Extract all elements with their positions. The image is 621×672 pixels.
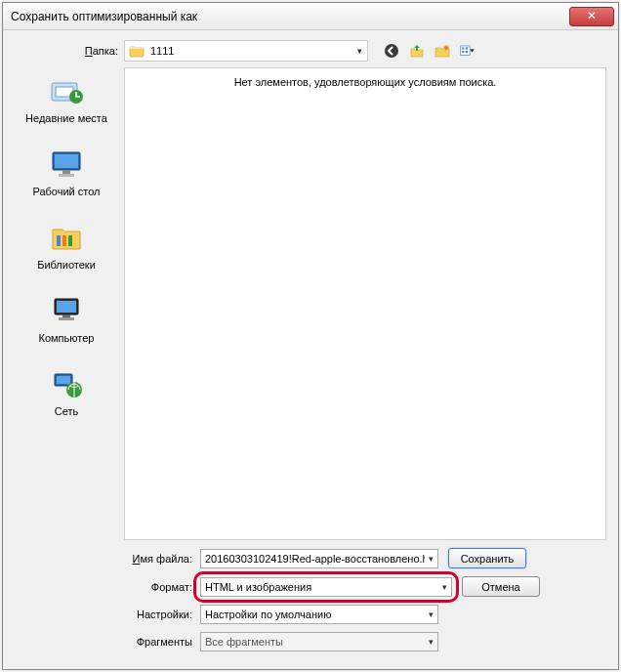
- place-label: Библиотеки: [15, 259, 118, 272]
- close-button[interactable]: ✕: [569, 7, 614, 26]
- settings-combo[interactable]: Настройки по умолчанию ▾: [200, 605, 438, 624]
- window-title: Сохранить оптимизированный как: [11, 10, 569, 23]
- computer-icon: [47, 293, 86, 328]
- chevron-down-icon: ▾: [425, 637, 434, 647]
- svg-point-0: [385, 44, 398, 58]
- save-button[interactable]: Сохранить: [448, 548, 526, 568]
- filename-combo[interactable]: 20160303102419!Red-apple-восстановлено.h…: [200, 549, 438, 568]
- svg-rect-22: [57, 376, 70, 384]
- svg-rect-16: [68, 235, 72, 246]
- svg-rect-14: [57, 235, 61, 246]
- fragments-value: Все фрагменты: [205, 636, 425, 648]
- client-area: Папка: 1111 ▾: [3, 30, 618, 669]
- svg-rect-11: [55, 154, 78, 168]
- places-bar: Недавние места Рабочий стол Библиотеки: [15, 67, 118, 540]
- place-label: Сеть: [15, 405, 118, 418]
- folder-row: Папка: 1111 ▾: [15, 40, 606, 62]
- place-libraries[interactable]: Библиотеки: [15, 220, 118, 272]
- place-network[interactable]: Сеть: [15, 366, 118, 418]
- format-highlight: HTML и изображения ▾: [200, 577, 452, 597]
- format-label: Формат:: [15, 581, 200, 593]
- svg-rect-18: [57, 301, 76, 313]
- filename-value: 20160303102419!Red-apple-восстановлено.h…: [205, 553, 425, 565]
- svg-rect-4: [466, 47, 468, 49]
- folder-combo[interactable]: 1111 ▾: [124, 40, 368, 62]
- save-dialog: Сохранить оптимизированный как ✕ Папка: …: [2, 2, 619, 670]
- place-label: Компьютер: [15, 332, 118, 345]
- svg-rect-2: [461, 46, 470, 55]
- back-icon[interactable]: [382, 41, 401, 61]
- chevron-down-icon: ▾: [425, 609, 434, 619]
- folder-icon: [128, 42, 145, 60]
- new-folder-icon[interactable]: [433, 41, 452, 61]
- mid-row: Недавние места Рабочий стол Библиотеки: [15, 67, 606, 540]
- fragments-combo[interactable]: Все фрагменты ▾: [200, 632, 438, 651]
- place-computer[interactable]: Компьютер: [15, 293, 118, 345]
- folder-name: 1111: [148, 45, 352, 57]
- svg-rect-20: [59, 317, 74, 320]
- format-combo[interactable]: HTML и изображения ▾: [200, 577, 452, 597]
- fragments-row: Фрагменты Все фрагменты ▾: [15, 632, 606, 651]
- format-value: HTML и изображения: [205, 581, 438, 593]
- folder-label: Папка:: [15, 45, 124, 57]
- settings-label: Настройки:: [15, 609, 200, 620]
- nav-toolbar: [382, 41, 477, 61]
- empty-message: Нет элементов, удовлетворяющих условиям …: [125, 68, 605, 88]
- filename-row: Имя файла: 20160303102419!Red-apple-восс…: [15, 548, 606, 568]
- view-menu-icon[interactable]: [458, 41, 477, 61]
- svg-rect-3: [462, 47, 464, 49]
- settings-row: Настройки: Настройки по умолчанию ▾: [15, 605, 606, 624]
- libraries-icon: [47, 220, 86, 255]
- network-icon: [47, 366, 86, 401]
- svg-rect-5: [462, 51, 464, 53]
- svg-rect-12: [62, 170, 70, 174]
- place-recent[interactable]: Недавние места: [15, 73, 118, 125]
- fragments-label: Фрагменты: [15, 636, 200, 648]
- bottom-panel: Имя файла: 20160303102419!Red-apple-восс…: [15, 548, 606, 659]
- chevron-down-icon: ▾: [438, 582, 447, 592]
- filename-label: Имя файла:: [15, 553, 200, 565]
- svg-rect-6: [466, 51, 468, 53]
- desktop-icon: [47, 147, 86, 182]
- place-label: Недавние места: [15, 112, 118, 125]
- svg-rect-13: [59, 174, 74, 177]
- settings-value: Настройки по умолчанию: [205, 609, 425, 620]
- file-list[interactable]: Нет элементов, удовлетворяющих условиям …: [124, 67, 606, 540]
- recent-places-icon: [47, 73, 86, 108]
- svg-rect-15: [62, 235, 66, 246]
- cancel-button[interactable]: Отмена: [462, 576, 540, 597]
- up-icon[interactable]: [407, 41, 427, 61]
- format-row: Формат: HTML и изображения ▾ Отмена: [15, 576, 606, 597]
- place-desktop[interactable]: Рабочий стол: [15, 147, 118, 198]
- svg-rect-19: [62, 315, 70, 317]
- chevron-down-icon: ▾: [425, 554, 434, 564]
- place-label: Рабочий стол: [15, 186, 118, 198]
- chevron-down-icon: ▾: [352, 46, 367, 56]
- titlebar: Сохранить оптимизированный как ✕: [3, 3, 618, 30]
